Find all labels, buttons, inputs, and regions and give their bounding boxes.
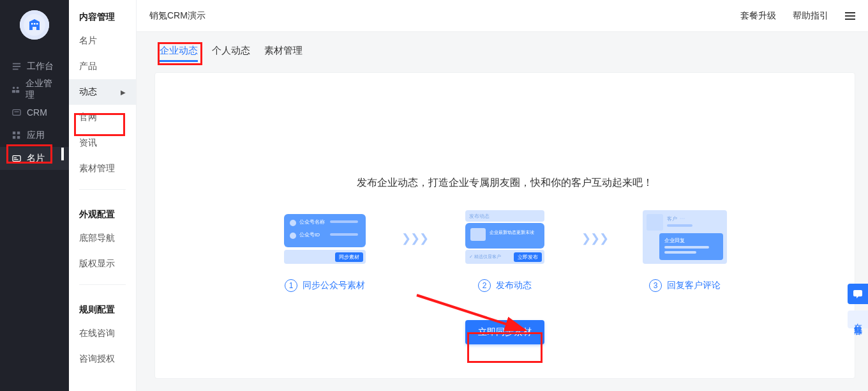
svg-rect-1 (34, 23, 36, 25)
main: 销氪CRM演示 套餐升级 帮助指引 企业动态 个人动态 素材管理 发布企业动态，… (137, 0, 868, 391)
float-chat-button[interactable] (848, 284, 868, 304)
subnav-copyright[interactable]: 版权显示 (69, 251, 136, 277)
step-label: 回复客户评论 (667, 280, 721, 291)
sidebar-item-label: 工作台 (27, 61, 54, 72)
svg-rect-13 (17, 132, 20, 134)
tab-material-manage[interactable]: 素材管理 (264, 45, 303, 62)
content-area: 企业动态 个人动态 素材管理 发布企业动态，打造企业专属朋友圈，快和你的客户互动… (137, 32, 868, 391)
sidebar-item-label: CRM (27, 107, 47, 118)
svg-point-19 (290, 220, 296, 226)
illustration-reply: 客户 ••• 企业回复 (640, 210, 730, 268)
flow-arrow-icon: ❯❯❯ (401, 231, 428, 245)
step-label: 发布动态 (496, 280, 532, 291)
divider (79, 189, 126, 190)
step-number: 2 (478, 279, 491, 292)
float-online-service-button[interactable]: 在线客服 (848, 310, 868, 328)
svg-rect-4 (13, 66, 20, 67)
wechat-icon (289, 219, 297, 227)
svg-rect-9 (16, 90, 19, 93)
subnav-material[interactable]: 素材管理 (69, 156, 136, 181)
subnav-card[interactable]: 名片 (69, 28, 136, 54)
steps-row: 公众号名称 公众号ID 同步素材 1 同步公众号素材 ❯❯❯ (274, 210, 736, 292)
sidebar-item-card[interactable]: 名片 (0, 147, 69, 170)
topbar-help-link[interactable]: 帮助指引 (793, 10, 828, 22)
menu-icon[interactable] (845, 12, 855, 20)
svg-point-20 (290, 233, 296, 239)
primary-sidebar: 工作台 企业管理 CRM 应用 名片 (0, 0, 69, 391)
svg-rect-18 (14, 159, 19, 160)
workbench-icon (11, 61, 22, 72)
subnav-online-chat[interactable]: 在线咨询 (69, 321, 136, 346)
divider (79, 284, 126, 285)
svg-point-6 (13, 87, 15, 89)
tabs: 企业动态 个人动态 素材管理 (137, 32, 868, 70)
flow-arrow-icon: ❯❯❯ (581, 231, 608, 245)
svg-point-7 (17, 87, 19, 89)
empty-state-panel: 发布企业动态，打造企业专属朋友圈，快和你的客户互动起来吧！ 公众号名称 公众号I… (154, 72, 855, 379)
subnav-label: 动态 (79, 86, 97, 98)
chevron-right-icon: ▶ (121, 89, 126, 96)
sidebar-item-apps[interactable]: 应用 (0, 124, 69, 147)
step-1: 公众号名称 公众号ID 同步素材 1 同步公众号素材 (274, 210, 376, 292)
illustration-publish: 发布动态 企业最新动态更新未读 ✓ 精选仅显客户 立即发布 (460, 210, 550, 268)
svg-rect-5 (13, 69, 19, 70)
subnav-news[interactable]: 资讯 (69, 130, 136, 156)
svg-rect-14 (13, 136, 15, 139)
apps-icon (11, 130, 22, 141)
tab-personal-dynamic[interactable]: 个人动态 (212, 45, 250, 62)
svg-rect-3 (13, 63, 20, 65)
svg-rect-0 (31, 23, 33, 25)
id-icon (289, 232, 297, 240)
subnav-consult-auth[interactable]: 咨询授权 (69, 346, 136, 372)
sidebar-item-workbench[interactable]: 工作台 (0, 55, 69, 78)
group-title-appearance: 外观配置 (69, 197, 136, 226)
sidebar-item-label: 名片 (27, 153, 45, 164)
sidebar-item-label: 企业管理 (26, 78, 57, 101)
chat-icon (853, 289, 863, 299)
building-icon (27, 17, 42, 33)
topbar: 销氪CRM演示 套餐升级 帮助指引 (137, 0, 868, 32)
topbar-right: 套餐升级 帮助指引 (740, 10, 855, 22)
svg-rect-16 (13, 156, 20, 162)
subnav-bottom-nav[interactable]: 底部导航 (69, 226, 136, 251)
group-title-rules: 规则配置 (69, 293, 136, 321)
subnav-product[interactable]: 产品 (69, 54, 136, 79)
svg-rect-10 (13, 110, 20, 116)
enterprise-icon (11, 84, 20, 95)
step-number: 3 (649, 279, 662, 292)
floating-right-bar: 在线客服 (848, 284, 868, 328)
brand-logo[interactable] (20, 10, 49, 40)
sidebar-item-crm[interactable]: CRM (0, 101, 69, 124)
svg-rect-12 (13, 132, 15, 134)
svg-rect-22 (853, 290, 862, 296)
tab-enterprise-dynamic[interactable]: 企业动态 (160, 45, 198, 62)
sync-material-button[interactable]: 立即同步素材 (465, 320, 544, 344)
svg-rect-8 (12, 90, 15, 93)
card-icon (11, 153, 22, 164)
topbar-upgrade-link[interactable]: 套餐升级 (740, 10, 776, 22)
svg-rect-17 (14, 157, 17, 158)
brand-title: 销氪CRM演示 (149, 10, 206, 22)
empty-state-title: 发布企业动态，打造企业专属朋友圈，快和你的客户互动起来吧！ (357, 176, 653, 190)
step-2: 发布动态 企业最新动态更新未读 ✓ 精选仅显客户 立即发布 2 发布动态 (454, 210, 556, 292)
sidebar-item-label: 应用 (27, 130, 45, 141)
subnav-site[interactable]: 官网 (69, 105, 136, 130)
svg-rect-15 (17, 136, 20, 139)
secondary-sidebar: 内容管理 名片 产品 动态 ▶ 官网 资讯 素材管理 外观配置 底部导航 版权显… (69, 0, 137, 391)
group-title-content: 内容管理 (69, 0, 136, 28)
svg-rect-11 (15, 111, 19, 112)
step-3: 客户 ••• 企业回复 3 回复客户评论 (634, 210, 736, 292)
illustration-sync-material: 公众号名称 公众号ID 同步素材 (280, 210, 370, 268)
subnav-dynamic[interactable]: 动态 ▶ (69, 79, 136, 105)
sidebar-item-enterprise[interactable]: 企业管理 (0, 78, 69, 101)
step-number: 1 (285, 279, 297, 292)
active-indicator (61, 148, 64, 160)
svg-rect-2 (36, 23, 38, 25)
crm-icon (11, 107, 22, 118)
step-label: 同步公众号素材 (303, 280, 365, 291)
